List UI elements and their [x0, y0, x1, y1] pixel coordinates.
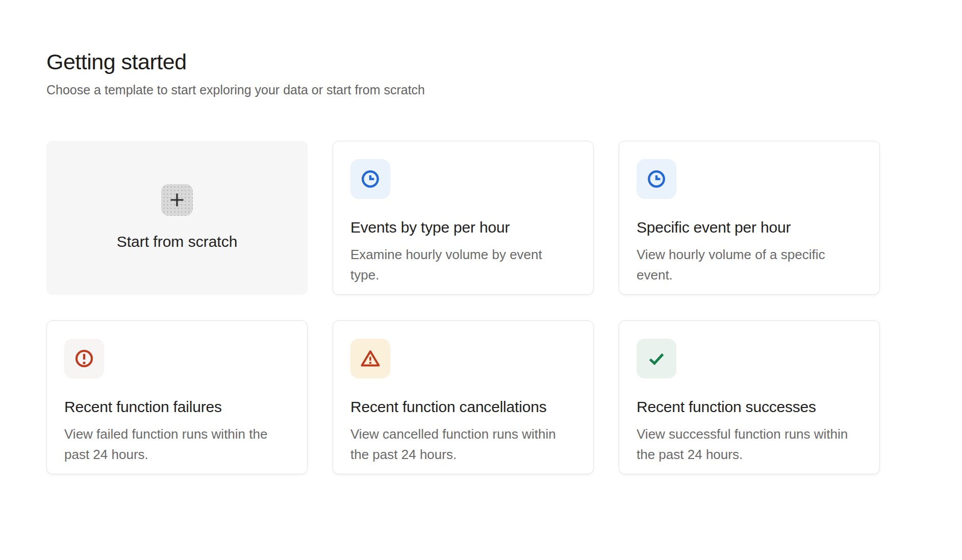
page-subtitle: Choose a template to start exploring you… — [46, 81, 916, 99]
card-recent-function-failures[interactable]: Recent function failures View failed fun… — [46, 320, 308, 474]
clock-icon — [637, 159, 676, 199]
card-title: Events by type per hour — [350, 217, 575, 238]
card-start-from-scratch[interactable]: Start from scratch — [46, 141, 308, 295]
plus-tile — [161, 184, 193, 216]
clock-icon — [350, 159, 390, 199]
card-recent-function-successes[interactable]: Recent function successes View successfu… — [619, 320, 880, 474]
plus-icon — [167, 190, 187, 210]
card-description: View hourly volume of a specific event. — [637, 244, 856, 285]
card-title: Recent function failures — [64, 397, 289, 417]
template-card-grid: Start from scratch Events by type per ho… — [46, 141, 916, 474]
card-specific-event-per-hour[interactable]: Specific event per hour View hourly volu… — [619, 141, 880, 295]
card-description: View successful function runs within the… — [637, 424, 856, 465]
card-events-by-type-per-hour[interactable]: Events by type per hour Examine hourly v… — [333, 141, 594, 295]
card-title: Recent function successes — [637, 397, 861, 417]
card-recent-function-cancellations[interactable]: Recent function cancellations View cance… — [333, 320, 594, 474]
getting-started-page: Getting started Choose a template to sta… — [0, 0, 916, 474]
page-title: Getting started — [46, 50, 916, 74]
card-title: Recent function cancellations — [350, 397, 575, 417]
card-description: View failed function runs within the pas… — [64, 424, 284, 465]
card-description: View cancelled function runs within the … — [350, 424, 570, 465]
warning-triangle-icon — [350, 339, 390, 378]
card-title: Specific event per hour — [637, 217, 861, 238]
scratch-card-label: Start from scratch — [117, 232, 238, 251]
alert-circle-icon — [64, 339, 104, 378]
check-icon — [637, 339, 676, 378]
card-description: Examine hourly volume by event type. — [350, 244, 570, 285]
